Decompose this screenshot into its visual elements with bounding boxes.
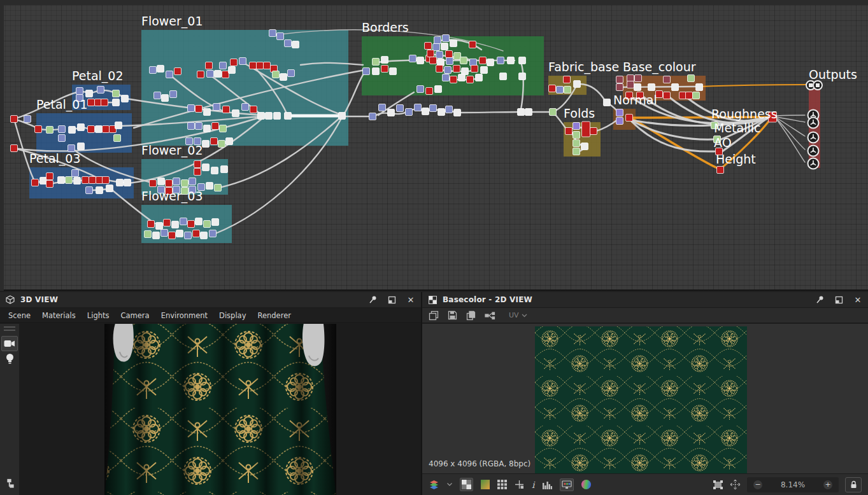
graph-node[interactable] xyxy=(201,232,208,239)
graph-node[interactable] xyxy=(445,67,452,74)
graph-node[interactable] xyxy=(174,68,181,75)
graph-node[interactable] xyxy=(58,177,65,184)
graph-node[interactable] xyxy=(35,126,42,133)
display-settings-icon[interactable] xyxy=(560,478,574,491)
graph-node[interactable] xyxy=(74,178,81,185)
graph-node[interactable] xyxy=(196,106,203,113)
graph-node[interactable] xyxy=(381,66,388,73)
graph-node[interactable] xyxy=(78,124,85,131)
graph-node[interactable] xyxy=(500,73,507,80)
pin-icon[interactable] xyxy=(815,295,825,305)
graph-node[interactable] xyxy=(627,75,634,82)
graph-node[interactable] xyxy=(435,86,442,93)
graph-node[interactable] xyxy=(460,57,467,64)
graph-node[interactable] xyxy=(616,109,623,116)
graph-node[interactable] xyxy=(339,113,346,120)
graph-node[interactable] xyxy=(250,62,257,69)
graph-node[interactable] xyxy=(212,123,219,130)
graph-node[interactable] xyxy=(220,125,227,132)
graph-node[interactable] xyxy=(176,230,183,237)
graph-node[interactable] xyxy=(258,113,265,120)
graph-node[interactable] xyxy=(438,59,445,66)
graph-node[interactable] xyxy=(672,84,679,91)
graph-node[interactable] xyxy=(164,220,171,227)
graph-node[interactable] xyxy=(207,71,214,78)
graph-node[interactable] xyxy=(508,57,515,64)
graph-node[interactable] xyxy=(193,230,200,237)
zoom-lock-icon[interactable] xyxy=(845,477,862,492)
channels-stack-icon[interactable] xyxy=(429,480,439,490)
pan-tool-icon[interactable] xyxy=(730,479,741,490)
graph-node[interactable] xyxy=(124,179,131,186)
graph-node[interactable] xyxy=(664,92,671,99)
graph-node[interactable] xyxy=(196,218,203,225)
graph-node[interactable] xyxy=(717,167,724,174)
graph-node[interactable] xyxy=(203,141,210,148)
graph-node[interactable] xyxy=(557,87,564,94)
graph-node[interactable] xyxy=(415,104,422,111)
3d-viewport[interactable] xyxy=(19,324,421,495)
graph-node[interactable] xyxy=(616,76,623,83)
graph-node[interactable] xyxy=(96,177,103,184)
graph-node[interactable] xyxy=(24,116,31,123)
node-graph-panel[interactable]: Flower_01Petal_02Petal_01Petal_03Flower_… xyxy=(0,0,868,291)
menu-camera[interactable]: Camera xyxy=(115,311,155,320)
graph-node[interactable] xyxy=(467,76,474,83)
graph-node[interactable] xyxy=(215,185,222,192)
node-graph-canvas[interactable]: Flower_01Petal_02Petal_01Petal_03Flower_… xyxy=(0,0,868,291)
graph-node[interactable] xyxy=(369,113,376,120)
graph-node[interactable] xyxy=(153,232,160,239)
graph-node[interactable] xyxy=(292,41,299,48)
graph-node[interactable] xyxy=(115,122,122,129)
graph-node[interactable] xyxy=(443,35,450,42)
graph-node[interactable] xyxy=(86,187,93,194)
graph-node[interactable] xyxy=(157,66,164,73)
graph-node[interactable] xyxy=(453,66,460,73)
graph-node[interactable] xyxy=(446,51,453,58)
graph-node[interactable] xyxy=(169,232,176,239)
graph-node[interactable] xyxy=(156,223,163,230)
graph-node[interactable] xyxy=(549,85,556,92)
graph-node[interactable] xyxy=(95,99,102,106)
graph-node[interactable] xyxy=(221,166,228,173)
graph-node[interactable] xyxy=(40,178,47,185)
graph-node[interactable] xyxy=(59,135,66,142)
scene-tree-icon[interactable] xyxy=(1,476,18,491)
graph-node[interactable] xyxy=(436,52,443,59)
graph-node[interactable] xyxy=(425,43,432,50)
copy-image-icon[interactable] xyxy=(466,310,476,321)
graph-node[interactable] xyxy=(686,92,693,99)
graph-node[interactable] xyxy=(519,73,526,80)
2d-content[interactable]: 4096 x 4096 (RGBA, 8bpc) xyxy=(422,324,868,473)
graph-node[interactable] xyxy=(450,76,457,83)
graph-node[interactable] xyxy=(277,33,284,40)
graph-node[interactable] xyxy=(454,109,461,116)
transparency-background-icon[interactable] xyxy=(460,478,473,491)
lightbulb-icon[interactable] xyxy=(1,351,18,366)
graph-node[interactable] xyxy=(422,108,429,115)
graph-node[interactable] xyxy=(264,62,271,69)
graph-node[interactable] xyxy=(257,62,264,69)
graph-node[interactable] xyxy=(604,99,611,106)
graph-node[interactable] xyxy=(220,62,227,69)
graph-node[interactable] xyxy=(89,177,96,184)
menu-materials[interactable]: Materials xyxy=(36,311,82,320)
graph-node[interactable] xyxy=(204,221,211,228)
graph-node[interactable] xyxy=(430,57,437,64)
graph-node[interactable] xyxy=(231,59,238,66)
output-node[interactable] xyxy=(808,158,819,169)
graph-node[interactable] xyxy=(390,68,397,75)
graph-node[interactable] xyxy=(166,71,173,78)
graph-node[interactable] xyxy=(409,55,416,62)
graph-node[interactable] xyxy=(96,187,103,194)
graph-node[interactable] xyxy=(266,113,273,120)
graph-node[interactable] xyxy=(469,41,476,48)
graph-node[interactable] xyxy=(573,123,580,130)
graph-node[interactable] xyxy=(173,178,180,185)
graph-node[interactable] xyxy=(170,91,177,98)
graph-node[interactable] xyxy=(648,84,655,91)
graph-node[interactable] xyxy=(46,173,53,180)
graph-node[interactable] xyxy=(363,68,370,75)
graph-node[interactable] xyxy=(664,76,671,83)
graph-node[interactable] xyxy=(222,71,229,78)
